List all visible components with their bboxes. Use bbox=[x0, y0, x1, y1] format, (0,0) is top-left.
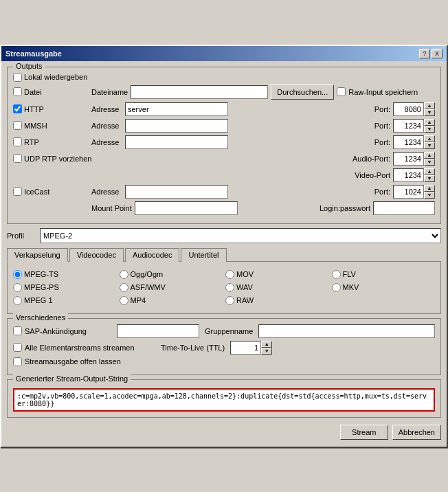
rtp-port-input[interactable] bbox=[393, 135, 424, 149]
video-port-down[interactable]: ▼ bbox=[424, 175, 435, 182]
tab-untertitel[interactable]: Untertitel bbox=[181, 248, 226, 262]
enc-mpegts-label: MPEG-TS bbox=[24, 270, 58, 278]
main-window: Streamausgabe ? X Outputs Lokal wiederge… bbox=[0, 45, 448, 448]
video-port-up[interactable]: ▲ bbox=[424, 168, 435, 175]
mount-input[interactable] bbox=[135, 201, 238, 215]
all-streams-checkbox[interactable] bbox=[13, 343, 22, 352]
http-address-input[interactable] bbox=[125, 102, 228, 116]
datei-row: Datei Dateiname Durchsuchen... Raw-Input… bbox=[13, 85, 435, 100]
verschiedenes-label: Verschiedenes bbox=[13, 313, 68, 322]
verschiedenes-group: Verschiedenes SAP-Ankündigung Gruppennam… bbox=[7, 318, 441, 375]
raw-checkbox[interactable] bbox=[337, 87, 346, 96]
help-button[interactable]: ? bbox=[419, 49, 430, 58]
tab-videocodec[interactable]: Videocodec bbox=[69, 248, 124, 262]
rtp-port-up[interactable]: ▲ bbox=[424, 135, 435, 142]
icecast-port-up[interactable]: ▲ bbox=[424, 185, 435, 192]
ttl-input[interactable] bbox=[230, 341, 261, 355]
login-input[interactable] bbox=[373, 201, 435, 215]
stream-button[interactable]: Stream bbox=[340, 425, 388, 440]
icecast-address-input[interactable] bbox=[125, 185, 228, 199]
ttl-spinner: ▲ ▼ bbox=[230, 341, 272, 355]
gruppenname-input[interactable] bbox=[258, 324, 435, 338]
icecast-checkbox[interactable] bbox=[13, 187, 22, 196]
audio-port-up[interactable]: ▲ bbox=[424, 152, 435, 159]
sap-checkbox[interactable] bbox=[13, 326, 22, 335]
enc-mpegts: MPEG-TS bbox=[13, 270, 117, 279]
icecast-port-input[interactable] bbox=[393, 185, 424, 199]
audio-port-label: Audio-Port: bbox=[352, 155, 390, 163]
gruppenname-label: Gruppenname bbox=[205, 327, 253, 335]
rtp-address-input[interactable] bbox=[125, 135, 228, 149]
audio-port-down[interactable]: ▼ bbox=[424, 159, 435, 166]
video-port-spinner: ▲ ▼ bbox=[393, 168, 435, 182]
icecast-mount-row: Mount Point Login:passwort bbox=[13, 201, 435, 215]
audio-port-arrows: ▲ ▼ bbox=[424, 152, 435, 166]
video-port-label: Video-Port bbox=[355, 171, 390, 179]
icecast-port-down[interactable]: ▼ bbox=[424, 192, 435, 199]
enc-mpeg1-label: MPEG 1 bbox=[24, 296, 53, 304]
enc-wav-radio[interactable] bbox=[225, 283, 234, 292]
lokal-row: Lokal wiedergeben bbox=[13, 73, 435, 82]
browse-button[interactable]: Durchsuchen... bbox=[271, 85, 334, 100]
enc-mkv-radio[interactable] bbox=[332, 283, 341, 292]
datei-addr-label: Dateiname bbox=[91, 88, 128, 96]
output-string-group: Generierter Stream-Output-String :c=mp2v… bbox=[7, 379, 441, 418]
profile-row: Profil MPEG-2 MPEG-4 H.264 Theora bbox=[7, 228, 441, 243]
ttl-up[interactable]: ▲ bbox=[261, 341, 272, 348]
video-port-input[interactable] bbox=[393, 168, 424, 182]
enc-flv-label: FLV bbox=[343, 270, 356, 278]
enc-wav-label: WAV bbox=[236, 283, 253, 291]
datei-checkbox[interactable] bbox=[13, 87, 22, 96]
tab-content: MPEG-TS Ogg/Ogm MOV FLV MPEG-PS bbox=[7, 262, 441, 314]
http-port-up[interactable]: ▲ bbox=[424, 102, 435, 109]
mmsh-checkbox[interactable] bbox=[13, 121, 22, 130]
tab-audiocodec[interactable]: Audiocodec bbox=[125, 248, 180, 262]
ttl-down[interactable]: ▼ bbox=[261, 348, 272, 355]
enc-mpeg1-radio[interactable] bbox=[13, 296, 22, 305]
keep-open-checkbox[interactable] bbox=[13, 357, 22, 366]
http-port-arrows: ▲ ▼ bbox=[424, 102, 435, 116]
enc-mpegps-radio[interactable] bbox=[13, 283, 22, 292]
mmsh-port-up[interactable]: ▲ bbox=[424, 119, 435, 126]
keep-open-label: Streamausgabe offen lassen bbox=[25, 357, 121, 366]
enc-asfwmv-radio[interactable] bbox=[120, 283, 128, 292]
tab-verkapselung[interactable]: Verkapselung bbox=[7, 248, 68, 262]
mmsh-address-input[interactable] bbox=[125, 119, 228, 133]
enc-flv-radio[interactable] bbox=[332, 270, 341, 279]
enc-mov-radio[interactable] bbox=[225, 270, 234, 279]
mmsh-port-input[interactable] bbox=[393, 119, 424, 133]
datei-input[interactable] bbox=[131, 85, 268, 99]
close-button[interactable]: X bbox=[432, 49, 443, 58]
udp-rtp-label: UDP RTP vorziehen bbox=[24, 155, 91, 163]
enc-mpegts-radio[interactable] bbox=[13, 270, 22, 279]
rtp-port-down[interactable]: ▼ bbox=[424, 142, 435, 149]
enc-mp4-radio[interactable] bbox=[120, 296, 128, 305]
enc-raw: RAW bbox=[225, 296, 329, 305]
keep-open-row: Streamausgabe offen lassen bbox=[13, 357, 435, 366]
enc-flv: FLV bbox=[332, 270, 436, 279]
http-port-input[interactable] bbox=[393, 102, 424, 116]
audio-port-input[interactable] bbox=[393, 152, 424, 166]
icecast-addr-label: Adresse bbox=[91, 188, 122, 196]
mmsh-label: MMSH bbox=[24, 122, 47, 130]
ttl-label: Time-To-Live (TTL) bbox=[161, 344, 225, 352]
icecast-port-arrows: ▲ ▼ bbox=[424, 185, 435, 199]
lokal-checkbox[interactable] bbox=[13, 73, 22, 82]
abort-button[interactable]: Abbrechen bbox=[392, 425, 441, 440]
enc-mkv-label: MKV bbox=[343, 283, 359, 291]
video-port-row: Video-Port ▲ ▼ bbox=[13, 168, 435, 182]
http-checkbox-container: HTTP bbox=[13, 104, 89, 113]
udp-rtp-checkbox[interactable] bbox=[13, 154, 22, 163]
http-port-down[interactable]: ▼ bbox=[424, 109, 435, 116]
ttl-arrows: ▲ ▼ bbox=[261, 341, 272, 355]
outputs-group-label: Outputs bbox=[13, 62, 45, 70]
http-checkbox[interactable] bbox=[13, 104, 22, 113]
rtp-checkbox[interactable] bbox=[13, 137, 22, 146]
sap-group-input[interactable] bbox=[117, 324, 199, 338]
raw-label: Raw-Input speichern bbox=[348, 88, 418, 96]
enc-raw-radio[interactable] bbox=[225, 296, 234, 305]
enc-ogm-radio[interactable] bbox=[120, 270, 128, 279]
udp-checkbox-container: UDP RTP vorziehen bbox=[13, 154, 91, 163]
mmsh-port-down[interactable]: ▼ bbox=[424, 126, 435, 133]
profile-select[interactable]: MPEG-2 MPEG-4 H.264 Theora bbox=[40, 228, 441, 243]
